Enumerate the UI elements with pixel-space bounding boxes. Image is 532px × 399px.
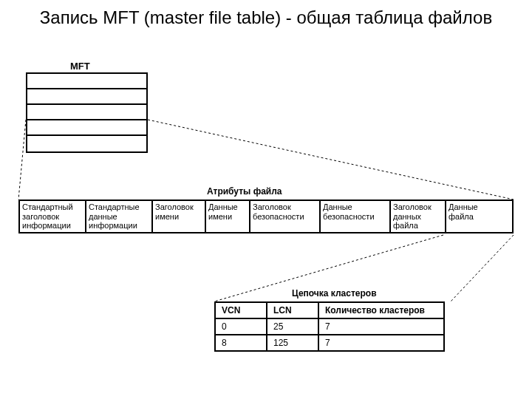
- attr-cell: Стандартныйзаголовокинформации: [20, 201, 86, 232]
- chain-row: 0 25 7: [215, 318, 444, 335]
- attr-cell: Заголовокданныхфайла: [391, 201, 446, 232]
- attr-cell: Данныеимени: [206, 201, 250, 232]
- chain-cell: 0: [215, 318, 267, 335]
- mft-label: MFT: [70, 61, 90, 72]
- attr-cell: Заголовокбезопасности: [250, 201, 321, 232]
- chain-header: Количество кластеров: [318, 302, 444, 318]
- mft-row: [27, 120, 146, 136]
- attr-cell: Данныефайла: [446, 201, 512, 232]
- svg-line-0: [18, 120, 26, 200]
- chain-header-row: VCN LCN Количество кластеров: [215, 302, 444, 318]
- attr-cell: Данныебезопасности: [321, 201, 391, 232]
- chain-cell: 25: [267, 318, 318, 335]
- chain-cell: 8: [215, 335, 267, 351]
- chain-cell: 125: [267, 335, 318, 351]
- mft-row: [27, 105, 146, 120]
- chain-cell: 7: [318, 318, 444, 335]
- attributes-row: Стандартныйзаголовокинформации Стандартн…: [18, 200, 514, 233]
- mft-row: [27, 74, 146, 89]
- mft-row: [27, 136, 146, 151]
- mft-table: [26, 72, 148, 153]
- chain-cell: 7: [318, 335, 444, 351]
- attributes-label: Атрибуты файла: [207, 186, 282, 197]
- attr-cell: Стандартныеданныеинформации: [86, 201, 153, 232]
- svg-line-1: [148, 120, 514, 200]
- chain-row: 8 125 7: [215, 335, 444, 351]
- svg-line-3: [451, 235, 514, 301]
- chain-header: LCN: [267, 302, 318, 318]
- mft-row: [27, 89, 146, 105]
- attr-cell: Заголовокимени: [153, 201, 206, 232]
- chain-label: Цепочка кластеров: [292, 288, 377, 299]
- chain-table: VCN LCN Количество кластеров 0 25 7 8 12…: [214, 301, 445, 352]
- page-title: Запись MFT (master file table) - общая т…: [0, 0, 532, 32]
- chain-header: VCN: [215, 302, 267, 318]
